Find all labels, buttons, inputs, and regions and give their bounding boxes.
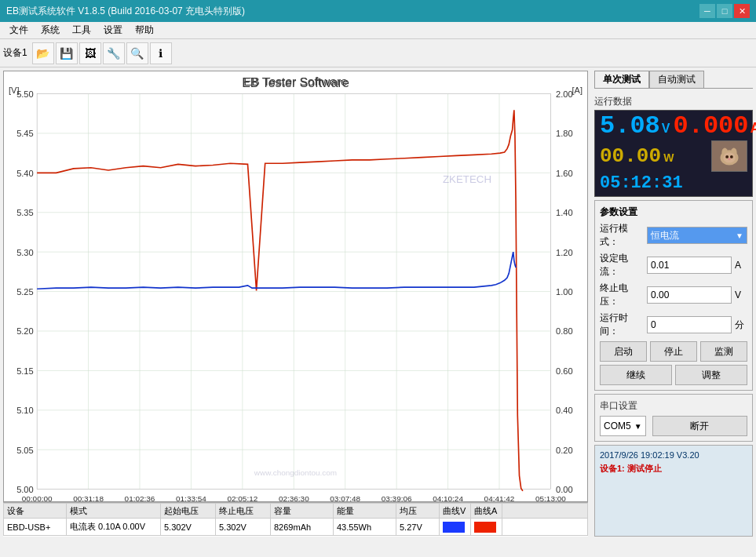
time-input[interactable]: 0 [647,316,732,333]
svg-text:www.chongdiontou.com: www.chongdiontou.com [254,468,337,477]
dropdown-arrow-icon: ▼ [736,231,743,240]
svg-text:03:39:06: 03:39:06 [382,494,412,501]
menu-help[interactable]: 帮助 [129,22,160,38]
power-unit: W [663,151,674,164]
voltage-current-row: 5.08 V 0.000 A [600,114,747,139]
info-button[interactable]: ℹ [150,42,172,64]
device-label: 设备1 [3,46,27,60]
svg-text:0.80: 0.80 [556,326,573,336]
running-data-section: 运行数据 5.08 V 0.000 A 00.00 W [594,95,753,197]
cell-curve-a [471,519,502,535]
right-panel: 单次测试 自动测试 运行数据 5.08 V 0.000 A 00.00 W [591,67,756,540]
current-input[interactable]: 0.01 [647,257,732,274]
svg-text:5.20: 5.20 [16,326,34,336]
svg-text:0.20: 0.20 [556,446,573,455]
close-button[interactable]: ✕ [734,4,750,18]
serial-section: 串口设置 COM5 ▼ 断开 [594,394,753,442]
svg-text:03:07:48: 03:07:48 [330,494,360,501]
voltage-value: 5.08 [600,114,660,139]
com-select[interactable]: COM5 ▼ [600,416,646,436]
col-curve-v: 曲线V [440,504,471,518]
svg-point-62 [728,158,731,160]
col-energy: 能量 [334,504,396,518]
svg-text:ZKETECH: ZKETECH [443,174,491,186]
svg-text:5.40: 5.40 [16,169,34,178]
menu-settings[interactable]: 设置 [97,22,129,38]
col-start-v: 起始电压 [161,504,216,518]
params-title: 参数设置 [600,206,747,219]
menu-tools[interactable]: 工具 [66,22,97,38]
svg-text:5.15: 5.15 [16,366,34,376]
titlebar: EB测试系统软件 V1.8.5 (Build 2016-03-07 充电头特别版… [0,0,756,22]
svg-point-61 [730,155,733,158]
svg-point-60 [725,155,729,158]
col-curve-a: 曲线A [471,504,502,518]
cell-avg-v: 5.27V [396,519,440,535]
mode-dropdown[interactable]: 恒电流 ▼ [647,227,747,244]
current-value: 0.000 [673,114,748,139]
stop-button[interactable]: 停止 [650,341,697,362]
svg-text:5.25: 5.25 [16,287,34,297]
open-button[interactable]: 📂 [32,42,54,64]
voltage-label: 终止电压： [600,282,644,308]
svg-text:00:00:00: 00:00:00 [22,494,53,501]
current-label: 设定电流： [600,252,644,278]
svg-text:02:05:12: 02:05:12 [227,494,257,501]
svg-point-59 [723,152,735,162]
serial-title: 串口设置 [600,399,747,413]
current-unit-label: A [735,260,747,271]
col-end-v: 终止电压 [216,504,271,518]
voltage-input[interactable]: 0.00 [647,286,732,304]
btn-row-1: 启动 停止 监测 [600,341,747,362]
time-row: 运行时间： 0 分 [600,311,747,338]
tab-single[interactable]: 单次测试 [594,71,649,88]
svg-text:5.10: 5.10 [16,406,34,415]
power-display: 00.00 W [600,144,674,168]
power-value: 00.00 [600,144,661,168]
svg-text:1.40: 1.40 [556,208,573,217]
tab-auto[interactable]: 自动测试 [649,71,704,88]
menu-system[interactable]: 系统 [35,22,66,38]
params-section: 参数设置 运行模式： 恒电流 ▼ 设定电流： 0.01 A 终止电压： [594,200,753,391]
minimize-button[interactable]: ─ [699,4,715,18]
start-button[interactable]: 启动 [600,341,647,362]
menu-file[interactable]: 文件 [3,22,35,38]
continue-button[interactable]: 继续 [600,365,672,385]
col-mode: 模式 [67,504,161,518]
col-capacity: 容量 [271,504,334,518]
save-button[interactable]: 💾 [56,42,78,64]
toolbar: 设备1 📂 💾 🖼 🔧 🔍 ℹ [0,39,756,67]
svg-text:04:41:42: 04:41:42 [484,494,515,501]
image-button[interactable]: 🖼 [79,42,101,64]
maximize-button[interactable]: □ [717,4,732,18]
running-data-display: 5.08 V 0.000 A 00.00 W [594,110,753,197]
menubar: 文件 系统 工具 设置 帮助 [0,22,756,39]
search-button[interactable]: 🔍 [126,42,148,64]
tabs: 单次测试 自动测试 [594,71,753,89]
svg-text:02:36:30: 02:36:30 [279,494,309,501]
log-text: 2017/9/26 19:02:19 V3.20 设备1: 测试停止 [600,449,747,475]
cell-mode: 电流表 0.10A 0.00V [67,519,161,535]
svg-text:5.30: 5.30 [16,248,34,257]
cell-device: EBD-USB+ [4,519,67,535]
adjust-button[interactable]: 调整 [675,365,747,385]
col-device: 设备 [4,504,67,518]
cell-capacity: 8269mAh [271,519,334,535]
settings-button[interactable]: 🔧 [103,42,125,64]
svg-text:0.60: 0.60 [556,366,573,376]
curve-a-color [474,522,496,533]
voltage-unit: V [662,122,670,136]
avatar [711,140,747,172]
mode-label: 运行模式： [600,222,644,249]
svg-text:1.20: 1.20 [556,248,573,257]
monitor-button[interactable]: 监测 [700,341,747,362]
disconnect-button[interactable]: 断开 [652,416,747,436]
curve-v-color [443,522,465,533]
power-avatar-row: 00.00 W [600,140,747,172]
com-port-value: COM5 [604,420,631,431]
cell-end-v: 5.302V [216,519,271,535]
table-area: 设备 模式 起始电压 终止电压 容量 能量 均压 曲线V 曲线A EBD-USB… [3,502,588,537]
svg-text:5.45: 5.45 [16,129,34,138]
svg-text:01:02:36: 01:02:36 [125,494,155,501]
main-area: EB Tester Software ZKETECH www.chongdion… [0,67,756,540]
